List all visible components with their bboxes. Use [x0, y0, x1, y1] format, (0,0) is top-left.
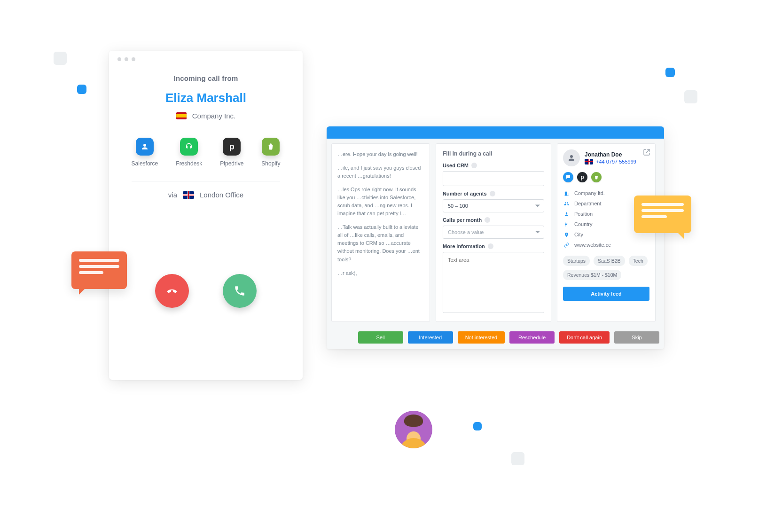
- integration-pipedrive[interactable]: p Pipedrive: [220, 138, 243, 167]
- integration-label: Pipedrive: [220, 160, 243, 167]
- chevron-down-icon: [535, 205, 540, 207]
- link-icon: [563, 242, 570, 248]
- skip-button[interactable]: Skip: [614, 331, 659, 344]
- script-line: …ile, and I just saw you guys closed a r…: [337, 164, 424, 180]
- bubble-line: [79, 271, 103, 274]
- window-dot: [125, 57, 128, 61]
- bubble-line: [79, 259, 119, 262]
- deco-square-blue: [665, 68, 675, 77]
- caller-company-line: Company Inc.: [120, 112, 291, 120]
- script-line: …r ask),: [337, 269, 424, 277]
- integration-label: Freshdesk: [176, 160, 202, 167]
- bubble-line: [641, 209, 684, 212]
- tag[interactable]: Startups: [563, 256, 590, 266]
- salesforce-icon: [136, 138, 154, 156]
- shopify-icon: [262, 138, 280, 156]
- pipedrive-icon: p: [223, 138, 241, 156]
- not-interested-button[interactable]: Not interested: [458, 331, 505, 344]
- location-icon: [563, 231, 570, 238]
- office-name: London Office: [200, 191, 243, 199]
- script-line: …ere. Hope your day is going well!: [337, 150, 424, 158]
- info-website[interactable]: www.website.cc: [563, 240, 649, 250]
- info-icon: [471, 163, 477, 168]
- info-icon: [490, 191, 495, 196]
- integration-label: Salesforce: [132, 160, 158, 167]
- phone-hangup-icon: [166, 285, 178, 297]
- chevron-down-icon: [535, 231, 540, 234]
- window-dots: [109, 57, 303, 61]
- accept-call-button[interactable]: [223, 274, 257, 308]
- caller-company: Company Inc.: [192, 112, 236, 120]
- calls-placeholder: Choose a value: [448, 229, 484, 235]
- building-icon: [563, 190, 570, 196]
- used-crm-label: Used CRM: [443, 163, 544, 168]
- divider: [132, 181, 280, 181]
- bubble-line: [79, 265, 119, 268]
- script-line: …les Ops role right now. It sounds like …: [337, 186, 424, 218]
- deco-square-gray: [511, 452, 524, 465]
- script-line: …Talk was actually built to alleviate al…: [337, 223, 424, 263]
- crm-topbar: [327, 126, 664, 139]
- open-external-icon[interactable]: [643, 149, 650, 156]
- more-info-label: More information: [443, 243, 544, 249]
- incoming-call-card: Incoming call from Eliza Marshall Compan…: [109, 51, 303, 380]
- window-dot: [117, 57, 121, 61]
- info-icon: [485, 217, 490, 223]
- via-line: via London Office: [120, 191, 291, 199]
- flag-es-icon: [176, 112, 187, 119]
- app-badges: p: [563, 172, 649, 182]
- agents-label: Number of agents: [443, 191, 544, 196]
- agents-select[interactable]: 50 – 100: [443, 199, 544, 212]
- integration-label: Shopify: [261, 160, 280, 167]
- activity-feed-button[interactable]: Activity feed: [563, 287, 649, 301]
- window-dot: [132, 57, 135, 61]
- reschedule-button[interactable]: Reschedule: [509, 331, 555, 344]
- interested-button[interactable]: Interested: [408, 331, 453, 344]
- used-crm-input[interactable]: [443, 171, 544, 186]
- integration-freshdesk[interactable]: Freshdesk: [176, 138, 202, 167]
- more-info-textarea[interactable]: [443, 252, 544, 313]
- call-outcome-actions: Sell Interested Not interested Reschedul…: [327, 327, 664, 349]
- tag[interactable]: Tech: [629, 256, 648, 266]
- flag-gb-icon: [183, 191, 194, 199]
- contact-phone[interactable]: +44 0797 555999: [585, 159, 636, 164]
- caller-name: Eliza Marshall: [120, 91, 291, 105]
- integration-shopify[interactable]: Shopify: [261, 138, 280, 167]
- contact-tags: Startups SaaS B2B Tech Revenues $1M - $1…: [563, 256, 649, 280]
- freshdesk-icon: [180, 138, 198, 156]
- calls-per-month-label: Calls per month: [443, 217, 544, 223]
- crm-window: …ere. Hope your day is going well! …ile,…: [327, 126, 664, 349]
- chat-bubble-orange: [71, 251, 127, 289]
- chat-bubble-yellow: [634, 196, 691, 233]
- dont-call-again-button[interactable]: Don't call again: [559, 331, 610, 344]
- person-icon: [563, 211, 570, 217]
- deco-square-gray: [54, 52, 67, 65]
- people-icon: [563, 200, 570, 207]
- calls-per-month-select[interactable]: Choose a value: [443, 226, 544, 239]
- tag[interactable]: SaaS B2B: [594, 256, 625, 266]
- deco-square-blue: [473, 422, 482, 430]
- flag-gb-icon: [585, 159, 593, 164]
- app-badge-pipedrive-icon[interactable]: p: [577, 172, 587, 182]
- info-icon: [488, 243, 493, 249]
- sell-button[interactable]: Sell: [358, 331, 403, 344]
- bubble-line: [641, 203, 684, 206]
- agents-selected-value: 50 – 100: [448, 203, 468, 209]
- deco-square-gray: [684, 90, 697, 103]
- integration-salesforce[interactable]: Salesforce: [132, 138, 158, 167]
- contact-name: Jonathan Doe: [585, 151, 636, 158]
- bubble-line: [641, 215, 667, 218]
- call-script-panel: …ere. Hope your day is going well! …ile,…: [331, 143, 430, 322]
- form-title: Fill in during a call: [443, 150, 544, 157]
- app-badge-shopify-icon[interactable]: [591, 172, 602, 182]
- flag-icon: [563, 221, 570, 227]
- contact-avatar: [563, 149, 580, 166]
- call-form-panel: Fill in during a call Used CRM Number of…: [436, 143, 551, 322]
- incoming-call-label: Incoming call from: [120, 74, 291, 82]
- app-badge-chat-icon[interactable]: [563, 172, 573, 182]
- decline-call-button[interactable]: [155, 274, 189, 308]
- via-label: via: [168, 191, 177, 199]
- tag[interactable]: Revenues $1M - $10M: [563, 270, 621, 280]
- integrations-row: Salesforce Freshdesk p Pipedrive Sho: [120, 138, 291, 167]
- deco-square-blue: [77, 85, 86, 94]
